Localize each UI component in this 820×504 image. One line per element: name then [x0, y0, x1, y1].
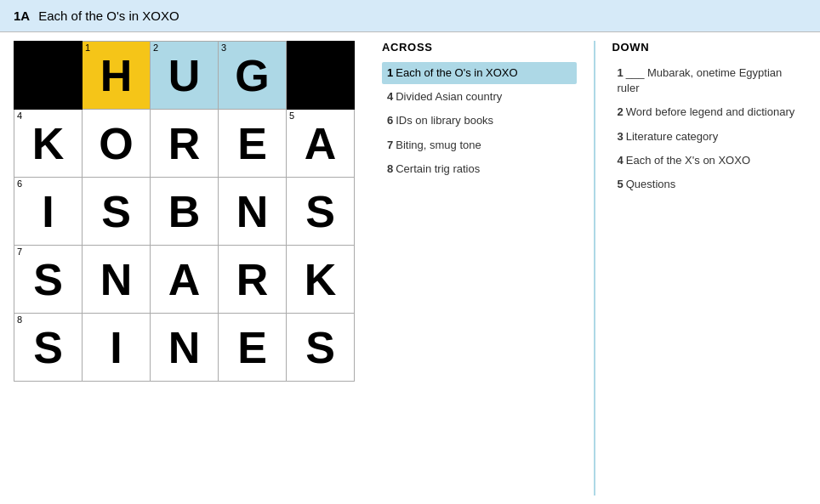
- grid-cell[interactable]: 6I: [14, 178, 83, 246]
- cell-letter: N: [83, 258, 150, 302]
- cell-letter: K: [287, 258, 354, 302]
- clue-number: 6: [387, 114, 393, 127]
- grid-cell[interactable]: 8S: [14, 314, 83, 382]
- grid-cell[interactable]: S: [287, 314, 355, 382]
- across-clue-item[interactable]: 6IDs on library books: [382, 110, 577, 132]
- cell-number: 7: [17, 247, 22, 257]
- clue-number: 5: [618, 178, 624, 190]
- cell-letter: S: [287, 326, 354, 370]
- cell-letter: B: [151, 190, 218, 234]
- crossword-grid[interactable]: 1H2U3G4KORE5A6ISBNS7SNARK8SINES: [14, 41, 355, 382]
- across-clue-item[interactable]: 4Divided Asian country: [382, 86, 577, 108]
- active-clue-text: Each of the O's in XOXO: [38, 8, 179, 23]
- grid-cell[interactable]: 3G: [219, 42, 287, 110]
- grid-cell[interactable]: R: [151, 110, 219, 178]
- clue-number: 7: [387, 139, 393, 151]
- crossword-grid-container: 1H2U3G4KORE5A6ISBNS7SNARK8SINES: [0, 32, 368, 504]
- down-clue-item[interactable]: 2Word before legend and dictionary: [612, 101, 807, 123]
- grid-cell[interactable]: 1H: [83, 42, 151, 110]
- grid-cell[interactable]: N: [151, 314, 219, 382]
- across-clue-item[interactable]: 1Each of the O's in XOXO: [382, 62, 577, 84]
- cell-letter: A: [151, 258, 218, 302]
- grid-cell[interactable]: 4K: [14, 110, 83, 178]
- cell-letter: S: [14, 258, 82, 302]
- grid-cell[interactable]: N: [219, 178, 287, 246]
- down-section: DOWN 1___ Mubarak, onetime Egyptian rule…: [599, 41, 821, 496]
- clue-text: Literature category: [626, 130, 718, 143]
- clues-panel: ACROSS 1Each of the O's in XOXO4Divided …: [368, 32, 820, 504]
- cell-letter: E: [219, 122, 286, 166]
- clue-text: ___ Mubarak, onetime Egyptian ruler: [618, 66, 783, 94]
- cell-letter: N: [219, 190, 286, 234]
- active-clue-bar: 1A Each of the O's in XOXO: [0, 0, 820, 32]
- cell-letter: K: [14, 122, 82, 166]
- down-clue-item[interactable]: 4Each of the X's on XOXO: [612, 150, 807, 172]
- clue-number: 4: [387, 90, 393, 103]
- grid-cell[interactable]: A: [151, 246, 219, 314]
- grid-cell[interactable]: 7S: [14, 246, 83, 314]
- clue-section-divider: [594, 41, 595, 496]
- grid-cell[interactable]: E: [219, 314, 287, 382]
- grid-cell[interactable]: I: [83, 314, 151, 382]
- down-clue-item[interactable]: 5Questions: [612, 173, 807, 195]
- cell-number: 6: [17, 179, 22, 189]
- down-clue-list: 1___ Mubarak, onetime Egyptian ruler2Wor…: [612, 62, 807, 195]
- cell-letter: O: [83, 122, 150, 166]
- cell-letter: I: [14, 190, 82, 234]
- clue-number: 8: [387, 162, 393, 175]
- clue-text: Divided Asian country: [396, 90, 502, 103]
- grid-cell[interactable]: K: [287, 246, 355, 314]
- grid-cell[interactable]: O: [83, 110, 151, 178]
- clue-text: Each of the X's on XOXO: [626, 154, 750, 167]
- down-clue-item[interactable]: 3Literature category: [612, 126, 807, 148]
- cell-number: 3: [221, 43, 226, 53]
- cell-letter: E: [219, 326, 286, 370]
- clue-number: 1: [387, 66, 393, 79]
- cell-letter: S: [14, 326, 82, 370]
- clue-text: Biting, smug tone: [396, 139, 481, 151]
- grid-cell[interactable]: 5A: [287, 110, 355, 178]
- clue-number: 1: [618, 66, 624, 79]
- across-clue-list: 1Each of the O's in XOXO4Divided Asian c…: [382, 62, 577, 180]
- clue-number: 3: [618, 130, 624, 143]
- cell-number: 4: [17, 111, 22, 121]
- grid-cell[interactable]: [287, 42, 355, 110]
- grid-cell[interactable]: N: [83, 246, 151, 314]
- cell-letter: N: [151, 326, 218, 370]
- grid-cell[interactable]: S: [83, 178, 151, 246]
- across-clue-item[interactable]: 8Certain trig ratios: [382, 158, 577, 180]
- cell-number: 2: [153, 43, 158, 53]
- grid-cell[interactable]: E: [219, 110, 287, 178]
- across-section: ACROSS 1Each of the O's in XOXO4Divided …: [368, 41, 590, 496]
- clue-text: IDs on library books: [396, 114, 493, 127]
- grid-cell[interactable]: B: [151, 178, 219, 246]
- clue-number: 2: [618, 105, 624, 118]
- cell-letter: S: [83, 190, 150, 234]
- clue-text: Word before legend and dictionary: [626, 105, 795, 118]
- down-title: DOWN: [612, 41, 807, 54]
- clue-text: Each of the O's in XOXO: [396, 66, 517, 79]
- grid-cell[interactable]: 2U: [151, 42, 219, 110]
- grid-cell[interactable]: [14, 42, 83, 110]
- cell-number: 8: [17, 315, 22, 325]
- cell-letter: I: [83, 326, 150, 370]
- clue-text: Certain trig ratios: [396, 162, 480, 175]
- cell-letter: G: [219, 54, 286, 98]
- across-clue-item[interactable]: 7Biting, smug tone: [382, 134, 577, 156]
- cell-letter: R: [151, 122, 218, 166]
- cell-letter: H: [83, 54, 150, 98]
- cell-letter: U: [151, 54, 218, 98]
- clue-text: Questions: [626, 178, 676, 190]
- cell-number: 5: [289, 111, 294, 121]
- grid-cell[interactable]: R: [219, 246, 287, 314]
- cell-letter: A: [287, 122, 354, 166]
- cell-number: 1: [85, 43, 90, 53]
- cell-letter: S: [287, 190, 354, 234]
- active-clue-number: 1A: [14, 8, 30, 23]
- grid-cell[interactable]: S: [287, 178, 355, 246]
- cell-letter: R: [219, 258, 286, 302]
- clue-number: 4: [618, 154, 624, 167]
- down-clue-item[interactable]: 1___ Mubarak, onetime Egyptian ruler: [612, 62, 807, 99]
- across-title: ACROSS: [382, 41, 577, 54]
